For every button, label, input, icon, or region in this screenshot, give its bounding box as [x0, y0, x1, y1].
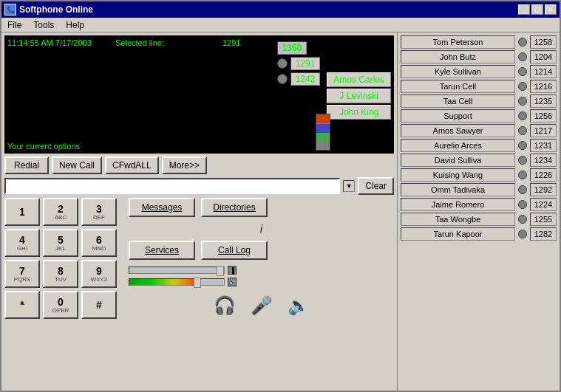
speed-dial-name-2[interactable]: Kyle Sullivan	[401, 65, 515, 78]
image-placeholder	[316, 114, 330, 151]
speed-dial-number-1[interactable]: 1204	[530, 50, 557, 63]
menu-tools[interactable]: Tools	[30, 19, 57, 31]
key-9[interactable]: 9WXYZ	[81, 260, 117, 288]
speed-dial-indicator-0	[518, 38, 527, 47]
cfwd-button[interactable]: CFwdALL	[105, 157, 159, 174]
display-selected-line: 1291	[222, 38, 240, 47]
quick-dial-king[interactable]: John King	[327, 105, 391, 120]
key-0[interactable]: 0OPER	[43, 291, 78, 319]
line-number-1242[interactable]: 1242	[290, 72, 320, 86]
speed-dial-name-7[interactable]: Aurelio Arces	[401, 139, 515, 152]
speed-dial-name-0[interactable]: Tom Peterson	[401, 35, 515, 49]
speed-dial-name-13[interactable]: Tarun Kapoor	[401, 227, 515, 241]
speed-dial-name-12[interactable]: Taa Wongbe	[401, 213, 515, 226]
key-8[interactable]: 8TUV	[43, 260, 78, 288]
speed-dial-number-2[interactable]: 1214	[530, 65, 557, 78]
speed-dial-indicator-10	[518, 185, 527, 194]
speed-dial-number-5[interactable]: 1256	[530, 109, 557, 123]
speed-dial-number-4[interactable]: 1235	[530, 94, 557, 108]
line-number-1291[interactable]: 1291	[290, 57, 320, 70]
speaker-icon[interactable]: 🔈	[288, 295, 310, 316]
speed-dial-name-11[interactable]: Jaime Romero	[401, 198, 515, 211]
speed-dial-row: Tarun Cell 1216	[401, 80, 557, 93]
key-sub-6: PQRS	[14, 276, 31, 283]
line-1242[interactable]: 1242	[277, 72, 320, 86]
key-3[interactable]: 3DEF	[81, 198, 117, 226]
line-1350[interactable]: 1350	[277, 41, 320, 55]
menu-bar: File Tools Help	[1, 18, 560, 32]
slider-track-1[interactable]	[129, 267, 225, 274]
key-main-7: 8	[58, 266, 64, 276]
speed-dial-indicator-5	[518, 111, 527, 120]
info-icon: i	[129, 220, 394, 238]
quick-dial-levinski[interactable]: J Levinski	[327, 89, 391, 103]
speed-dial-name-10[interactable]: Omm Tadivaka	[401, 183, 515, 196]
speed-dial-row: Tarun Kapoor 1282	[401, 227, 557, 241]
right-controls: Messages Directories i Services Call Log	[123, 198, 394, 319]
menu-help[interactable]: Help	[63, 19, 87, 31]
clear-button[interactable]: Clear	[358, 177, 394, 195]
speed-dial-name-4[interactable]: Taa Cell	[401, 94, 515, 108]
dialpad-area: 12ABC3DEF4GHI5JKL6MNO7PQRS8TUV9WXYZ*0OPE…	[4, 198, 394, 319]
title-bar-left: 📞 Softphone Online	[4, 4, 93, 16]
dial-input[interactable]	[4, 178, 340, 194]
line-1291[interactable]: 1291	[277, 57, 320, 70]
slider-thumb-1[interactable]	[217, 266, 224, 276]
services-button[interactable]: Services	[129, 241, 195, 260]
slider-track-2[interactable]	[129, 278, 225, 286]
speed-dial-number-3[interactable]: 1216	[530, 80, 557, 93]
menu-file[interactable]: File	[4, 19, 24, 31]
messages-label: Messages	[142, 202, 183, 213]
key-2[interactable]: 2ABC	[43, 198, 78, 226]
key-main-8: 9	[96, 266, 102, 276]
more-button[interactable]: More>>	[162, 157, 207, 174]
key-7[interactable]: 7PQRS	[4, 260, 40, 288]
control-row-1: Messages Directories	[129, 198, 394, 217]
close-button[interactable]: ✕	[545, 4, 557, 15]
key-1[interactable]: 1	[4, 198, 40, 226]
key-4[interactable]: 4GHI	[4, 229, 40, 257]
key-sub-5: MNO	[92, 245, 106, 252]
key-*[interactable]: *	[4, 291, 40, 319]
redial-button[interactable]: Redial	[4, 157, 49, 174]
speed-dial-number-12[interactable]: 1255	[530, 213, 557, 226]
speed-dial-number-0[interactable]: 1258	[530, 35, 557, 49]
quick-dial-amos[interactable]: Amos Carlos	[327, 72, 391, 87]
speed-dial-row: Taa Wongbe 1255	[401, 213, 557, 226]
messages-button[interactable]: Messages	[129, 198, 195, 217]
speed-dial-name-3[interactable]: Tarun Cell	[401, 80, 515, 93]
key-#[interactable]: #	[81, 291, 117, 319]
display-area: 11:14:55 AM 7/17/2003 Selected line: 129…	[4, 35, 394, 154]
speed-dial-number-7[interactable]: 1231	[530, 139, 557, 152]
speed-dial-name-8[interactable]: David Sulliva	[401, 154, 515, 167]
speed-dial-row: Omm Tadivaka 1292	[401, 183, 557, 196]
speed-dial-number-10[interactable]: 1292	[530, 183, 557, 196]
key-6[interactable]: 6MNO	[81, 229, 117, 257]
speed-dial-number-8[interactable]: 1234	[530, 154, 557, 167]
line-number-1350[interactable]: 1350	[277, 41, 307, 55]
speed-dial-name-6[interactable]: Amos Sawyer	[401, 124, 515, 137]
speed-dial-name-5[interactable]: Support	[401, 109, 515, 123]
headset-icon[interactable]: 🎧	[214, 295, 236, 316]
speed-dial-indicator-8	[518, 156, 527, 165]
new-call-button[interactable]: New Call	[52, 157, 102, 174]
speed-dial-number-9[interactable]: 1226	[530, 168, 557, 182]
speed-dial-number-13[interactable]: 1282	[530, 227, 557, 241]
directories-button[interactable]: Directories	[201, 198, 268, 217]
speed-dial-number-6[interactable]: 1217	[530, 124, 557, 137]
key-5[interactable]: 5JKL	[43, 229, 78, 257]
speed-dial-row: Taa Cell 1235	[401, 94, 557, 108]
call-log-button[interactable]: Call Log	[201, 241, 268, 260]
speed-dial-name-9[interactable]: Kuising Wang	[401, 168, 515, 182]
microphone-icon[interactable]: 🎤	[251, 295, 273, 316]
key-main-0: 1	[19, 207, 25, 217]
speed-dial-panel: Tom Peterson 1258 John Butz 1204 Kyle Su…	[397, 32, 560, 391]
slider-thumb-2[interactable]	[194, 278, 201, 288]
maximize-button[interactable]: □	[531, 4, 543, 15]
dropdown-arrow[interactable]: ▼	[343, 180, 355, 192]
left-panel: 11:14:55 AM 7/17/2003 Selected line: 129…	[1, 32, 397, 391]
speed-dial-number-11[interactable]: 1224	[530, 198, 557, 211]
speed-dial-name-1[interactable]: John Butz	[401, 50, 515, 63]
line-indicator-1291	[277, 58, 288, 69]
minimize-button[interactable]: _	[518, 4, 530, 15]
